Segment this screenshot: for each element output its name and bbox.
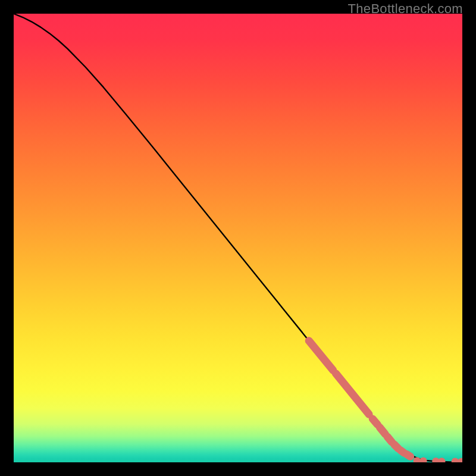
highlight-segment [372, 419, 377, 425]
plot-area [14, 14, 462, 462]
gradient-background [14, 14, 462, 462]
highlight-segment [380, 427, 385, 434]
chart-svg [14, 14, 462, 462]
highlight-segment [387, 437, 392, 442]
chart-stage: TheBottleneck.com [0, 0, 476, 476]
highlight-segment [407, 454, 411, 456]
